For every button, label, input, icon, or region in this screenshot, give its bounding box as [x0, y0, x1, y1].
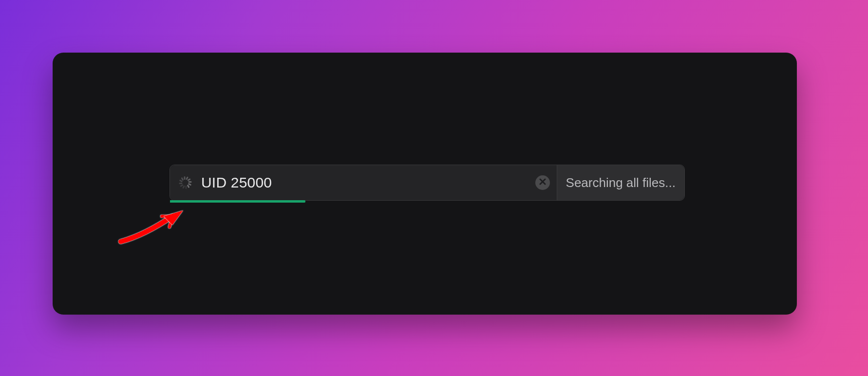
annotation-arrow-icon [115, 208, 193, 247]
svg-marker-0 [164, 210, 183, 225]
search-scope-dropdown[interactable]: Searching all files... [557, 165, 684, 200]
search-input[interactable] [201, 165, 535, 200]
search-input-wrap [170, 165, 557, 200]
search-palette-window: Searching all files... [53, 53, 797, 315]
loading-spinner-icon [180, 176, 192, 189]
clear-search-button[interactable] [535, 175, 550, 190]
search-progress-bar [170, 200, 305, 203]
search-scope-label: Searching all files... [566, 175, 676, 190]
close-icon [539, 178, 546, 187]
search-bar: Searching all files... [170, 165, 685, 201]
